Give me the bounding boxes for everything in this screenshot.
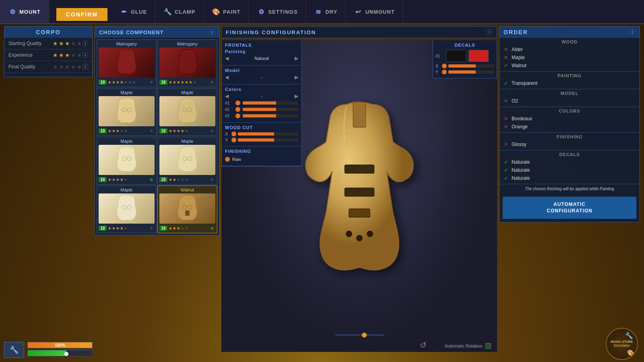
guitar-card-6-title: Maple [99,187,155,192]
toolbar-paint[interactable]: 🎨 PAINT [204,0,249,23]
wood-cut-x-label: X [225,132,230,136]
wood-cut-x-dot [231,132,236,136]
finishing-raw-dot [225,157,230,162]
logo-tools-icon: 🔧 [625,332,633,339]
guitar-card-6-actions: ✕ [148,225,155,231]
colors-bordeaux-check: ✕ [503,115,509,122]
paint-icon: 🎨 [212,7,221,16]
colors-title: Colors [225,87,298,92]
toolbar-settings[interactable]: ⚙ SETTINGS [249,0,306,23]
guitar-card-5-delete[interactable]: ✕ [209,176,215,183]
fq-star5: ★ [77,64,82,70]
wood-cut-y-bar[interactable] [238,138,298,142]
guitar-card-7-stars: ★★★★★ [169,226,188,230]
unmount-icon: ↩ [354,7,363,16]
decal-1-red-preview[interactable] [469,50,489,62]
guitar-card-0-stars: ★★★★★★★ [108,80,136,84]
paint-label: PAINT [223,9,240,15]
painting-transparent-label: Transparent [512,80,537,86]
colors-next-btn[interactable]: ▶ [295,93,298,99]
guitar-card-6[interactable]: Maple 10 ★★★★★ ✕ [97,185,157,233]
colors-prev-btn[interactable]: ◀ [225,93,229,99]
model-prev-btn[interactable]: ◀ [225,74,229,80]
confirm-button[interactable]: CONFIRM [56,8,107,21]
decal-x-bar[interactable] [448,64,494,68]
component-info-btn[interactable]: i [208,29,215,35]
frontale-title: FRONTALE [225,43,298,47]
star1: ★ [53,40,58,47]
model-next-btn[interactable]: ▶ [295,74,298,80]
svg-rect-12 [186,211,190,216]
toolbar-unmount[interactable]: ↩ UNMOUNT [346,0,403,23]
frontale-section: FRONTALE Painting ◀ Natural ▶ [222,40,301,66]
guitar-card-4-level: 10 [99,177,107,182]
orange-progress-bar: 100% [27,342,93,348]
experience-stars: ★ ★ ★ ★ ★ [53,52,82,58]
logo-text: MUSIC STORE Simulator [611,340,633,348]
guitar-card-2[interactable]: Maple 10 ★★★★★ ✕ [97,88,157,136]
guitar-card-4-add[interactable]: ⊕ [148,176,155,183]
colors-order-section: COLORS ✕ Bordeaux ✕ Orange [500,107,640,133]
experience-info-btn[interactable]: i [82,52,88,58]
wood-section: WOOD ✕ Alder ✕ Maple ✓ Walnut [500,38,640,72]
decal-y-bar[interactable] [448,70,494,74]
starting-quality-info-btn[interactable]: i [82,40,88,47]
guitar-card-7[interactable]: Walnut 10 ★★★★★ ⊕ [157,185,217,233]
guitar-card-1-actions: ✕ [209,79,215,85]
painting-prev-btn[interactable]: ◀ [225,56,229,61]
guitar-card-3[interactable]: Maple 10 ★★★★★ ✕ [157,88,217,136]
auto-rotation-checkbox[interactable] [485,343,491,349]
final-quality-row: Final Quality ★ ★ ★ ★ ★ i [4,61,92,73]
guitar-card-0-delete[interactable]: ✕ [148,79,155,85]
color3-bar[interactable] [243,114,298,117]
order-note: The chosen finishing will be applied whi… [500,184,640,193]
toolbar: ⚙ MOUNT CONFIRM ✒ GLUE 🔧 CLAMP 🎨 PAINT ⚙… [0,0,644,24]
decals-naturale-2-item: ✓ Naturale [503,166,636,174]
wood-cut-section: WOOD CUT X Y [222,123,301,146]
toolbar-glue[interactable]: ✒ GLUE [111,0,155,23]
order-title: ORDER [504,29,528,35]
final-quality-info-btn[interactable]: i [82,64,88,70]
decal-1-black-preview[interactable] [446,50,466,62]
toolbar-clamp[interactable]: 🔧 CLAMP [155,0,204,23]
guitar-card-7-title: Walnut [159,187,215,192]
wood-cut-y-dot [231,138,236,142]
guitar-card-6-delete[interactable]: ✕ [148,225,155,231]
decal-x-dot [442,64,447,68]
color2-bar[interactable] [243,108,298,111]
rotation-slider[interactable] [335,334,384,336]
guitar-card-1-img [159,47,215,78]
finishing-info-btn[interactable]: i [486,29,493,35]
guitar-card-1-delete[interactable]: ✕ [209,79,215,85]
model-row: ◀ - ▶ [225,74,298,80]
guitar-card-2-delete[interactable]: ✕ [148,128,155,134]
toolbar-dry[interactable]: ≋ DRY [306,0,346,23]
wood-walnut-item: ✓ Walnut [503,62,636,70]
green-progress-thumb[interactable] [64,352,68,356]
guitar-card-5-footer: 10 ★★★★★ ✕ [159,176,215,183]
color1-dot [235,101,240,105]
guitar-card-4-stars: ★★★★★ [108,177,128,182]
painting-next-btn[interactable]: ▶ [295,56,298,61]
starting-quality-row: Starting Quality ★ ★ ★ ★ ★ i [4,38,92,49]
guitar-card-0[interactable]: Mahogany 10 ★★★★★★★ ✕ [97,39,157,87]
guitar-card-5[interactable]: Maple 10 ★★★★★ ✕ [157,137,217,185]
toolbar-mount[interactable]: ⚙ MOUNT [0,0,49,23]
component-header: CHOOSE COMPONENT i [95,27,219,38]
painting-title: Painting [225,49,298,54]
colors-orange-label: Orange [512,124,528,130]
guitar-card-4[interactable]: Maple 10 ★★★★★ ⊕ [97,137,157,185]
auto-config-button[interactable]: AUTOMATICCONFIGURATION [503,197,636,219]
svg-rect-24 [345,188,374,196]
wood-cut-x-bar[interactable] [238,132,298,136]
guitar-card-7-add[interactable]: ⊕ [209,225,215,231]
order-info-btn[interactable]: i [629,29,636,35]
guitar-card-1[interactable]: Mahogany 10 ★★★★★★★ ✕ [157,39,217,87]
settings-label: SETTINGS [268,9,297,15]
decals-sub-panel: DECALS #1 X Y [433,40,497,78]
rotation-thumb[interactable] [362,333,367,337]
color1-bar[interactable] [243,101,298,105]
guitar-card-7-footer: 10 ★★★★★ ⊕ [159,225,215,231]
guitar-card-3-delete[interactable]: ✕ [209,128,215,134]
guitar-card-3-img [159,96,215,126]
